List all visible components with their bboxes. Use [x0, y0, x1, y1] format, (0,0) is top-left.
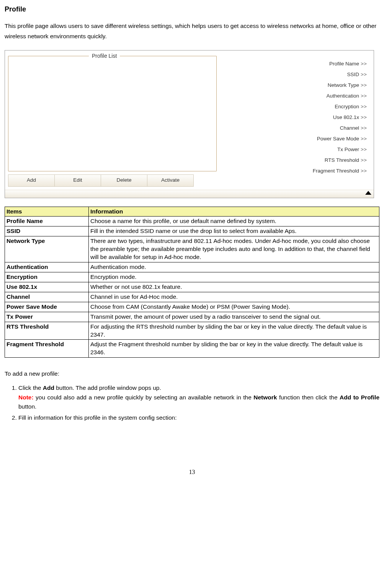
table-row: Profile NameChoose a name for this profi… — [5, 217, 379, 226]
detail-row-network-type: Network Type>> — [217, 80, 371, 91]
edit-button[interactable]: Edit — [55, 174, 101, 187]
table-row: EncryptionEncryption mode. — [5, 272, 379, 282]
profile-list-legend: Profile List — [89, 52, 120, 60]
activate-button[interactable]: Activate — [147, 174, 194, 187]
chevron-right-icon: >> — [361, 157, 371, 164]
detail-row-fragment-threshold: Fragment Threshold>> — [217, 166, 371, 177]
chevron-right-icon: >> — [361, 168, 371, 174]
table-row: RTS ThresholdFor adjusting the RTS thres… — [5, 322, 379, 340]
table-row: AuthenticationAuthentication mode. — [5, 262, 379, 272]
detail-row-power-save: Power Save Mode>> — [217, 134, 371, 145]
instructions-lead: To add a new profile: — [5, 370, 379, 378]
chevron-right-icon: >> — [361, 146, 371, 153]
table-row: SSIDFill in the intended SSID name or us… — [5, 226, 379, 236]
table-row: Power Save ModeChoose from CAM (Constant… — [5, 302, 379, 312]
chevron-right-icon: >> — [361, 82, 371, 89]
chevron-right-icon: >> — [361, 135, 371, 142]
detail-row-channel: Channel>> — [217, 123, 371, 134]
step-2: Fill in information for this profile in … — [18, 413, 379, 422]
step-1: Click the Add button. The add profile wi… — [18, 383, 379, 411]
detail-row-tx-power: Tx Power>> — [217, 145, 371, 155]
section-title: Profile — [5, 5, 379, 14]
chevron-right-icon: >> — [361, 71, 371, 78]
note-label: Note: — [18, 394, 34, 401]
status-bar — [5, 190, 374, 198]
profile-app-screenshot: Profile List Add Edit Delete Activate Pr… — [5, 50, 374, 198]
table-header-items: Items — [5, 207, 89, 217]
chevron-right-icon: >> — [361, 125, 371, 132]
table-row: Tx PowerTransmit power, the amount of po… — [5, 312, 379, 322]
instructions-steps: Click the Add button. The add profile wi… — [5, 383, 379, 422]
collapse-up-icon[interactable] — [365, 191, 371, 195]
table-header-information: Information — [89, 207, 379, 217]
detail-row-rts-threshold: RTS Threshold>> — [217, 155, 371, 166]
detail-row-encryption: Encryption>> — [217, 102, 371, 112]
delete-button[interactable]: Delete — [101, 174, 147, 187]
chevron-right-icon: >> — [361, 103, 371, 110]
table-row: Use 802.1xWhether or not use 802.1x feat… — [5, 282, 379, 292]
profile-list-panel: Profile List — [8, 56, 217, 171]
table-row: Fragment ThresholdAdjust the Fragment th… — [5, 340, 379, 358]
intro-paragraph: This profile page allows users to save d… — [5, 21, 379, 41]
add-button[interactable]: Add — [8, 174, 55, 187]
chevron-right-icon: >> — [361, 60, 371, 67]
chevron-right-icon: >> — [361, 114, 371, 121]
detail-row-ssid: SSID>> — [217, 70, 371, 80]
table-row: Network TypeThere are two types, infrast… — [5, 236, 379, 262]
detail-row-use-8021x: Use 802.1x>> — [217, 112, 371, 123]
detail-row-profile-name: Profile Name>> — [217, 59, 371, 70]
items-information-table: Items Information Profile NameChoose a n… — [5, 207, 379, 358]
chevron-right-icon: >> — [361, 93, 371, 99]
table-row: ChannelChannel in use for Ad-Hoc mode. — [5, 292, 379, 302]
page-number: 13 — [5, 468, 379, 476]
detail-row-authentication: Authentication>> — [217, 91, 371, 102]
